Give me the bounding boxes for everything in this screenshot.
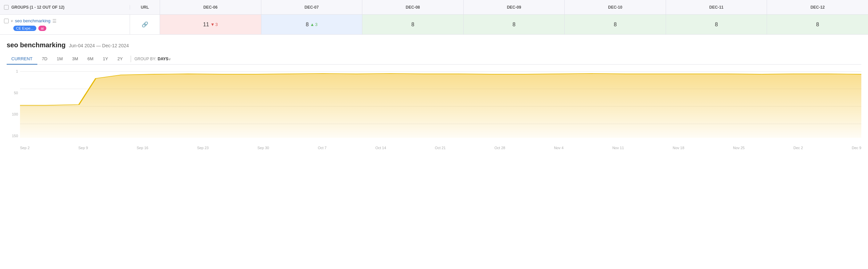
cell-dec08: 8 (362, 15, 464, 34)
tab-divider (131, 56, 131, 62)
x-label-nov25: Nov 25 (733, 146, 745, 150)
group-by-label: GROUP BY: (134, 57, 156, 61)
dec08-header: DEC-08 (362, 0, 464, 14)
cell-dec11: 8 (666, 15, 767, 34)
x-label-nov11: Nov 11 (612, 146, 624, 150)
cell-dec11-value: 8 (715, 22, 718, 28)
cell-dec07: 8 ▲ 3 (261, 15, 363, 34)
cell-dec06-value: 11 (203, 22, 209, 28)
cell-dec07-inner: 8 ▲ 3 (306, 22, 317, 28)
tab-3m[interactable]: 3M (67, 54, 83, 65)
chart-fill-area (20, 74, 861, 138)
dec11-header: DEC-11 (666, 0, 767, 14)
y-label-150: 150 (7, 134, 20, 138)
table-header: GROUPS (1 - 12 OUT OF 12) URL DEC-06 DEC… (0, 0, 868, 15)
x-label-oct14: Oct 14 (375, 146, 386, 150)
cell-dec09-value: 8 (513, 22, 516, 28)
x-label-sep30: Sep 30 (257, 146, 269, 150)
chart-section: seo benchmarking Jun-04 2024 — Dec-12 20… (0, 35, 868, 150)
select-all-checkbox[interactable] (4, 5, 9, 10)
cell-dec09: 8 (464, 15, 565, 34)
x-label-nov18: Nov 18 (673, 146, 684, 150)
groups-header: GROUPS (1 - 12 OUT OF 12) (0, 5, 130, 10)
dec09-header: DEC-09 (464, 0, 565, 14)
cell-dec08-value: 8 (411, 22, 414, 28)
x-label-sep2: Sep 2 (20, 146, 30, 150)
tabs-row: CURRENT 7D 1M 3M 6M 1Y 2Y GROUP BY: DAYS… (7, 54, 861, 65)
dec12-header: DEC-12 (767, 0, 868, 14)
x-label-dec9: Dec 9 (852, 146, 861, 150)
cell-dec12: 8 (767, 15, 868, 34)
tab-current[interactable]: CURRENT (7, 54, 37, 65)
tab-1m[interactable]: 1M (52, 54, 67, 65)
x-label-nov4: Nov 4 (554, 146, 564, 150)
dec07-header: DEC-07 (261, 0, 363, 14)
row-name-link[interactable]: seo benchmarking (15, 18, 50, 23)
row-title-line: ∨ seo benchmarking ☰ (4, 18, 126, 24)
cell-dec06: 11 ▼ 3 (160, 15, 261, 34)
tag-ai[interactable]: ai (38, 26, 46, 31)
x-label-sep23: Sep 23 (197, 146, 209, 150)
x-label-sep16: Sep 16 (137, 146, 148, 150)
chart-title-row: seo benchmarking Jun-04 2024 — Dec-12 20… (7, 41, 861, 49)
tags-line: CE Expe... ai (13, 26, 126, 31)
x-label-oct21: Oct 21 (435, 146, 446, 150)
chart-date-range: Jun-04 2024 — Dec-12 2024 (69, 43, 129, 48)
y-label-1: 1 (7, 69, 20, 73)
arrow-up-icon: ▲ (310, 22, 314, 27)
cell-dec10: 8 (565, 15, 666, 34)
x-label-oct28: Oct 28 (494, 146, 505, 150)
y-label-100: 100 (7, 112, 20, 116)
note-icon: ☰ (52, 18, 57, 24)
tab-2y[interactable]: 2Y (113, 54, 127, 65)
y-axis-labels: 1 50 100 150 (7, 68, 20, 144)
tab-6m[interactable]: 6M (83, 54, 98, 65)
cell-dec06-inner: 11 ▼ 3 (203, 22, 218, 28)
dec06-header: DEC-06 (160, 0, 261, 14)
dec10-header: DEC-10 (565, 0, 666, 14)
link-icon: 🔗 (142, 21, 148, 28)
x-label-dec2: Dec 2 (793, 146, 803, 150)
y-label-50: 50 (7, 91, 20, 95)
chart-area: 1 50 100 150 (7, 68, 861, 144)
chart-inner (20, 68, 861, 138)
group-by-chevron[interactable]: ∨ (168, 57, 171, 61)
cell-dec10-value: 8 (614, 22, 617, 28)
row-url-col[interactable]: 🔗 (130, 15, 160, 34)
cell-dec12-value: 8 (816, 22, 819, 28)
tag-ce-expe[interactable]: CE Expe... (13, 26, 36, 31)
tab-1y[interactable]: 1Y (98, 54, 113, 65)
group-by-value[interactable]: DAYS (158, 57, 168, 61)
cell-dec06-delta: ▼ 3 (210, 22, 218, 27)
x-axis-labels: Sep 2 Sep 9 Sep 16 Sep 23 Sep 30 Oct 7 O… (7, 144, 861, 150)
cell-dec07-value: 8 (306, 22, 309, 28)
row-expand-chevron[interactable]: ∨ (11, 19, 13, 23)
arrow-down-icon: ▼ (210, 22, 215, 27)
groups-label: GROUPS (1 - 12 OUT OF 12) (11, 5, 64, 10)
row-checkbox[interactable] (4, 19, 9, 23)
tab-7d[interactable]: 7D (37, 54, 52, 65)
x-label-oct7: Oct 7 (318, 146, 326, 150)
chart-title: seo benchmarking (7, 41, 66, 49)
row-checkbox-area: ∨ (4, 19, 13, 23)
row-info: ∨ seo benchmarking ☰ CE Expe... ai (0, 15, 130, 34)
url-header: URL (130, 0, 160, 14)
x-label-sep9: Sep 9 (78, 146, 88, 150)
table-row: ∨ seo benchmarking ☰ CE Expe... ai 🔗 11 … (0, 15, 868, 35)
chart-svg (20, 68, 861, 138)
cell-dec07-delta: ▲ 3 (310, 22, 317, 27)
